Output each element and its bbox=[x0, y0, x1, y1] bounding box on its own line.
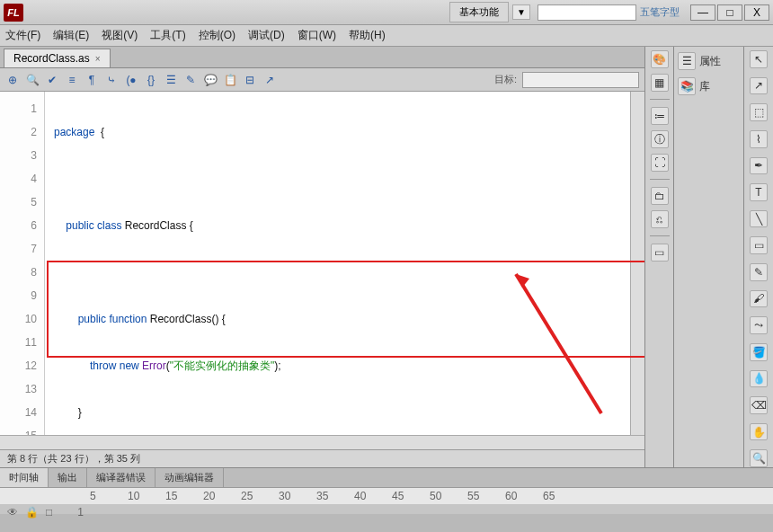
line-gutter: 123456789101112131415 bbox=[0, 92, 45, 435]
lasso-tool-icon[interactable]: ⌇ bbox=[750, 130, 768, 148]
svg-line-0 bbox=[516, 274, 601, 413]
check-icon[interactable]: ✔ bbox=[45, 73, 59, 87]
target-dropdown[interactable] bbox=[522, 72, 639, 88]
minimize-button[interactable]: — bbox=[690, 4, 715, 21]
tab-compiler-errors[interactable]: 编译器错误 bbox=[87, 468, 155, 487]
bone-tool-icon[interactable]: ⤳ bbox=[750, 316, 768, 334]
properties-icon: ☰ bbox=[678, 52, 696, 70]
subselect-tool-icon[interactable]: ↗ bbox=[750, 77, 768, 95]
list-icon[interactable]: ☰ bbox=[164, 73, 178, 87]
menu-view[interactable]: 视图(V) bbox=[102, 28, 138, 43]
timeline-ruler[interactable]: 5101520253035404550556065 bbox=[0, 488, 773, 504]
library-panel-btn[interactable]: 📚库 bbox=[678, 77, 740, 95]
edit-icon[interactable]: ✎ bbox=[183, 73, 198, 87]
comment-icon[interactable]: 💬 bbox=[203, 73, 218, 87]
file-tab[interactable]: RecordClass.as × bbox=[4, 49, 111, 67]
bottom-panel: 时间轴 输出 编译器错误 动画编辑器 510152025303540455055… bbox=[0, 467, 773, 514]
properties-panel-btn[interactable]: ☰属性 bbox=[678, 52, 740, 70]
pilcrow-icon[interactable]: ¶ bbox=[84, 73, 99, 87]
close-button[interactable]: X bbox=[744, 4, 769, 21]
maximize-button[interactable]: □ bbox=[717, 4, 742, 21]
bucket-tool-icon[interactable]: 🪣 bbox=[750, 343, 768, 361]
indent-icon[interactable]: ⤷ bbox=[104, 73, 119, 87]
eyedropper-icon[interactable]: 💧 bbox=[750, 370, 768, 388]
brush-tool-icon[interactable]: 🖌 bbox=[750, 290, 768, 308]
pencil-tool-icon[interactable]: ✎ bbox=[750, 263, 768, 281]
outline-icon[interactable]: □ bbox=[46, 506, 52, 519]
zoom-tool-icon[interactable]: 🔍 bbox=[750, 449, 768, 467]
dock-column-1: 🎨 ▦ ≔ ⓘ ⛶ 🗀 ⎌ ▭ bbox=[645, 47, 674, 467]
brace-icon[interactable]: {} bbox=[144, 73, 158, 87]
eraser-tool-icon[interactable]: ⌫ bbox=[750, 396, 768, 414]
align-icon[interactable]: ≔ bbox=[651, 107, 669, 125]
menu-help[interactable]: 帮助(H) bbox=[349, 28, 386, 43]
menu-window[interactable]: 窗口(W) bbox=[298, 28, 336, 43]
tools-panel: ↖ ↗ ⬚ ⌇ ✒ T ╲ ▭ ✎ 🖌 ⤳ 🪣 💧 ⌫ ✋ 🔍 bbox=[744, 47, 773, 467]
code-area[interactable]: package { public class RecordClass { pub… bbox=[45, 92, 630, 435]
menu-control[interactable]: 控制(O) bbox=[199, 28, 235, 43]
lock-icon[interactable]: 🔒 bbox=[25, 506, 39, 519]
hand-tool-icon[interactable]: ✋ bbox=[750, 423, 768, 441]
search-input[interactable] bbox=[538, 4, 636, 21]
horizontal-scrollbar[interactable] bbox=[0, 435, 644, 449]
editor-toolbar: ⊕ 🔍 ✔ ≡ ¶ ⤷ (● {} ☰ ✎ 💬 📋 ⊟ ↗ 目标: bbox=[0, 68, 644, 92]
tab-motion-editor[interactable]: 动画编辑器 bbox=[155, 468, 224, 487]
pen-tool-icon[interactable]: ✒ bbox=[750, 157, 768, 175]
tab-output[interactable]: 输出 bbox=[49, 468, 87, 487]
app-logo: FL bbox=[4, 4, 23, 22]
menu-debug[interactable]: 调试(D) bbox=[248, 28, 285, 43]
library-icon[interactable]: 🗀 bbox=[651, 187, 669, 205]
format-icon[interactable]: ≡ bbox=[65, 73, 79, 87]
ime-indicator: 五笔字型 bbox=[640, 5, 680, 19]
dock-column-2: ☰属性 📚库 bbox=[674, 47, 744, 467]
find-icon[interactable]: 🔍 bbox=[25, 73, 40, 87]
line-tool-icon[interactable]: ╲ bbox=[750, 210, 768, 228]
rect-tool-icon[interactable]: ▭ bbox=[750, 236, 768, 254]
eye-icon[interactable]: 👁 bbox=[7, 506, 18, 519]
swatches-icon[interactable]: 🎨 bbox=[651, 50, 669, 68]
timeline-controls: 👁 🔒 □ 1 bbox=[0, 504, 773, 520]
vertical-scrollbar[interactable] bbox=[630, 92, 644, 435]
frame-indicator: 1 bbox=[77, 506, 84, 519]
info-icon[interactable]: ⓘ bbox=[651, 130, 669, 148]
menu-file[interactable]: 文件(F) bbox=[5, 28, 40, 43]
add-icon[interactable]: ⊕ bbox=[5, 73, 20, 87]
transform-icon[interactable]: ⛶ bbox=[651, 154, 669, 172]
free-transform-icon[interactable]: ⬚ bbox=[750, 103, 768, 121]
paren-icon[interactable]: (● bbox=[124, 73, 138, 87]
file-tab-label: RecordClass.as bbox=[13, 52, 90, 65]
tab-timeline[interactable]: 时间轴 bbox=[0, 468, 49, 487]
menubar: 文件(F) 编辑(E) 视图(V) 工具(T) 控制(O) 调试(D) 窗口(W… bbox=[0, 25, 773, 47]
target-label: 目标: bbox=[494, 73, 517, 86]
menu-edit[interactable]: 编辑(E) bbox=[53, 28, 89, 43]
text-tool-icon[interactable]: T bbox=[750, 183, 768, 201]
workspace-mode-dropdown[interactable]: ▼ bbox=[512, 4, 530, 20]
grid-icon[interactable]: ▦ bbox=[651, 74, 669, 92]
history-icon[interactable]: ⎌ bbox=[651, 210, 669, 228]
arrow-annotation bbox=[502, 261, 610, 422]
library-books-icon: 📚 bbox=[678, 77, 696, 95]
components-icon[interactable]: ▭ bbox=[651, 244, 669, 262]
workspace-mode-label[interactable]: 基本功能 bbox=[449, 2, 509, 22]
collapse-icon[interactable]: ⊟ bbox=[243, 73, 257, 87]
selection-tool-icon[interactable]: ↖ bbox=[750, 50, 768, 68]
clipboard-icon[interactable]: 📋 bbox=[223, 73, 237, 87]
close-tab-icon[interactable]: × bbox=[95, 54, 101, 64]
menu-tools[interactable]: 工具(T) bbox=[150, 28, 185, 43]
export-icon[interactable]: ↗ bbox=[262, 73, 277, 87]
status-bar: 第 8 行（共 23 行），第 35 列 bbox=[0, 449, 644, 467]
